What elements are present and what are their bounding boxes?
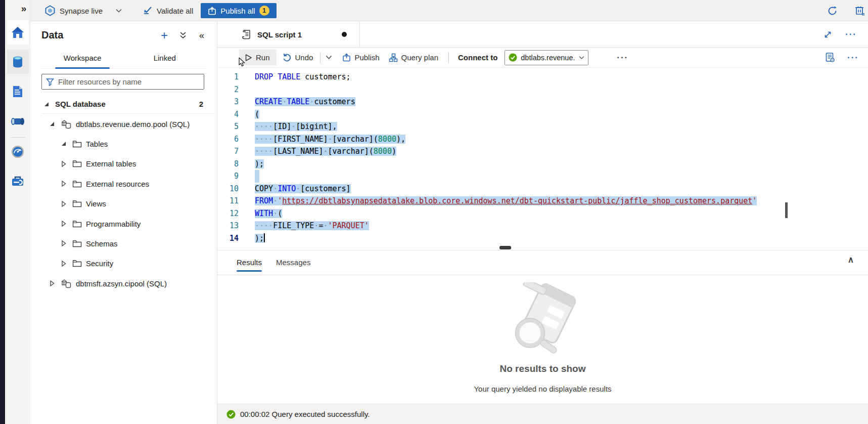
folder-icon	[72, 180, 82, 188]
editor-scrollbar-thumb[interactable]	[785, 202, 788, 218]
line-number: 3	[217, 96, 239, 108]
left-icon-rail: »	[5, 0, 30, 424]
document-icon	[12, 85, 24, 98]
code-line-10: 10COPY·INTO·[customers]	[217, 183, 868, 195]
validate-all-button[interactable]: Validate all	[143, 0, 193, 21]
tree-item-dbtlabs-revenue-demo-pool-sql[interactable]: dbtlabs.revenue.demo.pool (SQL)	[30, 114, 217, 134]
rail-item-monitor[interactable]	[7, 140, 29, 164]
tree-item-label: Views	[86, 199, 106, 208]
pipeline-icon	[11, 116, 25, 127]
folder-icon	[72, 240, 82, 247]
line-number: 13	[217, 220, 239, 232]
properties-icon[interactable]	[825, 52, 835, 63]
caret-collapsed-icon[interactable]	[61, 261, 67, 267]
tab-workspace[interactable]: Workspace	[41, 49, 124, 68]
data-explorer-panel: Data + « Workspace Linked SQL database2d…	[30, 21, 217, 424]
add-resource-button[interactable]: +	[159, 30, 169, 40]
caret-collapsed-icon[interactable]	[61, 240, 67, 246]
tab-messages[interactable]: Messages	[276, 250, 310, 275]
database-icon	[11, 55, 24, 68]
rail-item-manage[interactable]	[7, 169, 29, 193]
publish-upload-icon	[342, 53, 351, 62]
folder-icon	[72, 200, 82, 207]
tree-item-label: dbtlabs.revenue.demo.pool (SQL)	[76, 120, 190, 129]
undo-button[interactable]: Undo	[283, 53, 313, 62]
code-line-11: 11FROM·'https://dbtlabsynapsedatalake.bl…	[217, 195, 868, 207]
rail-item-home[interactable]	[7, 20, 29, 45]
tree-item-views[interactable]: Views	[30, 194, 217, 214]
folder-icon	[72, 140, 82, 148]
query-plan-button[interactable]: Query plan	[389, 53, 438, 62]
code-line-5: 5····[ID]·[bigint],	[217, 120, 868, 133]
code-line-9: 9	[217, 170, 868, 183]
caret-expanded-icon[interactable]	[43, 101, 50, 107]
caret-collapsed-icon[interactable]	[49, 280, 55, 286]
undo-label: Undo	[295, 53, 313, 62]
tab-linked[interactable]: Linked	[124, 49, 206, 68]
filter-resources-input[interactable]	[58, 77, 200, 86]
tab-results[interactable]: Results	[237, 250, 262, 275]
query-elapsed-time: 00:00:02	[240, 410, 269, 418]
connected-check-icon	[509, 53, 517, 62]
gauge-icon	[11, 145, 24, 158]
tab-title: SQL script 1	[257, 30, 302, 39]
caret-collapsed-icon[interactable]	[61, 221, 67, 227]
tree-item-label: dbtmsft.azsyn.cipool (SQL)	[76, 279, 167, 288]
collapse-results-button[interactable]: ∧	[844, 253, 857, 266]
tree-item-programmability[interactable]: Programmability	[30, 214, 217, 233]
caret-expanded-icon[interactable]	[61, 141, 67, 147]
tab-sql-script-1[interactable]: SQL script 1	[217, 21, 360, 48]
double-chevron-down-icon	[179, 31, 187, 39]
tree-item-security[interactable]: Security	[30, 253, 217, 273]
line-number: 1	[217, 71, 239, 83]
collapse-panel-button[interactable]: «	[197, 30, 207, 40]
tree-item-label: SQL database	[55, 100, 106, 108]
caret-collapsed-icon[interactable]	[61, 181, 67, 187]
tab-more-actions-button[interactable]: ···	[845, 29, 857, 39]
tree-item-tables[interactable]: Tables	[30, 134, 217, 154]
connect-to-pool-dropdown[interactable]: dbtlabs.revenue.demo.pool	[505, 50, 588, 65]
tree-item-dbtmsft-azsyn-cipool-sql[interactable]: dbtmsft.azsyn.cipool (SQL)	[30, 274, 217, 293]
expand-rail-icon[interactable]: »	[17, 2, 30, 15]
editor-more-button[interactable]: ···	[847, 53, 859, 63]
query-plan-icon	[389, 53, 398, 62]
toolbox-icon	[11, 175, 24, 187]
line-number: 12	[217, 207, 239, 220]
toolbar-more-button[interactable]: ···	[617, 53, 628, 63]
expand-editor-icon[interactable]	[824, 30, 832, 39]
tree-item-external-tables[interactable]: External tables	[30, 154, 217, 174]
publish-button[interactable]: Publish	[342, 53, 379, 62]
home-icon	[11, 26, 24, 38]
collapse-all-button[interactable]	[178, 30, 188, 40]
publish-all-label: Publish all	[220, 7, 255, 15]
mode-selector[interactable]: Synapse live	[44, 0, 122, 21]
line-number: 11	[217, 195, 239, 207]
results-tab-bar: Results Messages	[217, 250, 868, 275]
caret-collapsed-icon[interactable]	[61, 161, 67, 167]
sql-code-editor[interactable]: 1DROP TABLE customers;23CREATE·TABLE·cus…	[217, 68, 868, 245]
caret-collapsed-icon[interactable]	[61, 201, 67, 207]
query-plan-label: Query plan	[401, 53, 438, 62]
rail-item-integrate[interactable]	[7, 109, 29, 134]
folder-icon	[72, 220, 82, 228]
refresh-button[interactable]	[827, 0, 838, 21]
tree-item-sql-database[interactable]: SQL database2	[30, 94, 217, 114]
tree-item-external-resources[interactable]: External resources	[30, 174, 217, 194]
publish-all-button[interactable]: Publish all 1	[201, 3, 277, 18]
editor-area: SQL script 1 ··· Run	[217, 21, 868, 424]
mode-label: Synapse live	[60, 7, 103, 15]
unsaved-changes-dot	[342, 32, 347, 37]
tree-item-label: Tables	[86, 140, 108, 148]
caret-expanded-icon[interactable]	[49, 121, 55, 127]
tree-item-schemas[interactable]: Schemas	[30, 234, 217, 253]
sql-pool-icon	[61, 119, 72, 129]
rail-item-data[interactable]	[7, 50, 29, 74]
script-toolbar: Run Undo Publis	[217, 48, 868, 68]
top-command-bar: Synapse live Validate all Publish all 1	[30, 0, 868, 21]
undo-redo-dropdown[interactable]	[326, 55, 332, 60]
rail-item-develop[interactable]	[7, 79, 29, 104]
discard-all-button[interactable]	[854, 0, 865, 21]
tree-item-label: Programmability	[86, 220, 141, 228]
splitter-drag-handle[interactable]	[499, 246, 511, 249]
line-number: 8	[217, 158, 239, 171]
